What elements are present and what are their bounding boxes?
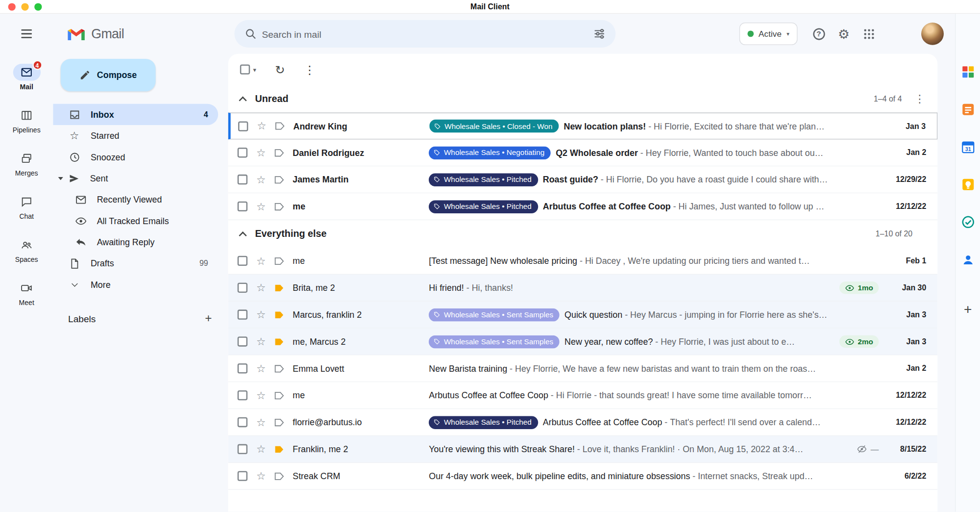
compose-button[interactable]: Compose: [61, 59, 156, 91]
contacts-icon[interactable]: [960, 252, 976, 268]
sidebar-item-starred[interactable]: ☆ Starred: [53, 125, 218, 146]
star-icon[interactable]: ☆: [256, 174, 266, 185]
settings-button[interactable]: ⚙: [831, 21, 856, 46]
tasks-icon[interactable]: [960, 214, 976, 230]
keep-icon[interactable]: [960, 177, 976, 193]
collapse-section-icon[interactable]: [239, 231, 246, 239]
search-icon[interactable]: [240, 23, 262, 45]
rail-item-mail[interactable]: 4 Mail: [0, 64, 53, 91]
email-row[interactable]: ☆Andrew KingWholesale Sales • Closed - W…: [228, 113, 938, 140]
status-dropdown[interactable]: Active ▾: [739, 23, 798, 45]
streak-pipeline-flag-icon[interactable]: [273, 335, 285, 347]
rail-item-chat[interactable]: Chat: [0, 193, 53, 220]
pipeline-stage-badge[interactable]: Wholesale Sales • Sent Samples: [429, 308, 560, 321]
row-checkbox[interactable]: [238, 175, 247, 184]
sidebar-item-awaiting-reply[interactable]: Awaiting Reply: [53, 231, 218, 253]
email-row[interactable]: ☆meArbutus Coffee at Coffee Coop - Hi Fl…: [228, 382, 938, 409]
close-button[interactable]: [8, 3, 16, 10]
search-filter-icon[interactable]: [588, 23, 611, 45]
sidebar-item-snoozed[interactable]: Snoozed: [53, 146, 218, 167]
gmail-logo[interactable]: Gmail: [53, 14, 228, 54]
row-checkbox[interactable]: [238, 336, 247, 346]
email-row[interactable]: ☆florrie@arbutus.ioWholesale Sales • Pit…: [228, 409, 938, 436]
star-icon[interactable]: ☆: [256, 336, 266, 347]
streak-pipeline-flag-icon[interactable]: [273, 147, 285, 158]
star-icon[interactable]: ☆: [256, 201, 266, 212]
apps-grid-button[interactable]: [856, 21, 881, 46]
streak-pipeline-flag-icon[interactable]: [273, 201, 285, 212]
row-checkbox[interactable]: [238, 417, 247, 427]
streak-pipeline-flag-icon[interactable]: [273, 443, 285, 455]
collapse-section-icon[interactable]: [239, 96, 246, 104]
streak-pipeline-flag-icon[interactable]: [273, 255, 285, 267]
row-checkbox[interactable]: [238, 471, 247, 481]
streak-pipeline-flag-icon[interactable]: [274, 120, 286, 132]
search-bar[interactable]: [234, 20, 615, 48]
star-icon[interactable]: ☆: [256, 444, 266, 455]
streak-pipeline-flag-icon[interactable]: [273, 282, 285, 294]
pipeline-stage-badge[interactable]: Wholesale Sales • Closed - Won: [430, 120, 559, 133]
select-dropdown-icon[interactable]: ▾: [253, 66, 256, 73]
streak-pipeline-flag-icon[interactable]: [273, 174, 285, 185]
section-menu-icon[interactable]: ⋮: [914, 94, 925, 104]
star-icon[interactable]: ☆: [256, 363, 266, 374]
star-icon[interactable]: ☆: [256, 147, 266, 158]
add-label-button[interactable]: +: [205, 311, 212, 325]
row-checkbox[interactable]: [238, 256, 247, 266]
calendar-icon[interactable]: 31: [960, 139, 976, 155]
main-menu-button[interactable]: [0, 14, 53, 54]
streak-pipeline-flag-icon[interactable]: [273, 308, 285, 320]
email-row[interactable]: ☆Brita, me 2Hi friend! - Hi, thanks!1moJ…: [228, 275, 938, 302]
email-row[interactable]: ☆Franklin, me 2You're viewing this with …: [228, 436, 938, 463]
star-icon[interactable]: ☆: [257, 121, 266, 131]
email-row[interactable]: ☆Streak CRMOur 4-day work week, bulk pip…: [228, 463, 938, 490]
sidebar-item-more[interactable]: More: [53, 274, 218, 295]
star-icon[interactable]: ☆: [256, 309, 266, 320]
select-all-checkbox[interactable]: [240, 64, 250, 74]
rail-item-pipelines[interactable]: Pipelines: [0, 107, 53, 134]
rail-item-meet[interactable]: Meet: [0, 280, 53, 307]
pipeline-stage-badge[interactable]: Wholesale Sales • Pitched: [429, 173, 538, 186]
more-options-icon[interactable]: ⋮: [304, 63, 316, 75]
star-icon[interactable]: ☆: [256, 282, 266, 293]
avatar[interactable]: [921, 23, 944, 45]
addon-grid-icon[interactable]: [960, 64, 976, 80]
pipeline-stage-badge[interactable]: Wholesale Sales • Pitched: [429, 416, 538, 429]
email-row[interactable]: ☆me[Test message] New wholesale pricing …: [228, 248, 938, 275]
sidebar-item-sent[interactable]: Sent: [53, 168, 218, 189]
zoom-button[interactable]: [34, 3, 42, 10]
help-button[interactable]: ?: [806, 21, 831, 46]
star-icon[interactable]: ☆: [256, 471, 266, 482]
row-checkbox[interactable]: [238, 202, 247, 211]
email-row[interactable]: ☆meWholesale Sales • PitchedArbutus Coff…: [228, 193, 938, 220]
email-row[interactable]: ☆Emma LovettNew Barista training - Hey F…: [228, 355, 938, 382]
row-checkbox[interactable]: [238, 121, 248, 131]
addon-orange-icon[interactable]: [960, 102, 976, 118]
pipeline-stage-badge[interactable]: Wholesale Sales • Pitched: [429, 200, 538, 213]
sidebar-item-drafts[interactable]: Drafts 99: [53, 253, 218, 274]
row-checkbox[interactable]: [238, 444, 247, 454]
row-checkbox[interactable]: [238, 148, 247, 157]
row-checkbox[interactable]: [238, 363, 247, 373]
email-row[interactable]: ☆Marcus, franklin 2Wholesale Sales • Sen…: [228, 302, 938, 329]
streak-pipeline-flag-icon[interactable]: [273, 470, 285, 482]
streak-pipeline-flag-icon[interactable]: [273, 362, 285, 374]
email-row[interactable]: ☆James MartinWholesale Sales • PitchedRo…: [228, 166, 938, 193]
streak-pipeline-flag-icon[interactable]: [273, 389, 285, 401]
email-row[interactable]: ☆me, Marcus 2Wholesale Sales • Sent Samp…: [228, 329, 938, 356]
refresh-icon[interactable]: ↻: [275, 63, 285, 75]
row-checkbox[interactable]: [238, 283, 247, 293]
streak-pipeline-flag-icon[interactable]: [273, 416, 285, 428]
star-icon[interactable]: ☆: [256, 256, 266, 266]
pipeline-stage-badge[interactable]: Wholesale Sales • Sent Samples: [429, 335, 560, 348]
pipeline-stage-badge[interactable]: Wholesale Sales • Negotiating: [429, 146, 551, 159]
star-icon[interactable]: ☆: [256, 390, 266, 401]
row-checkbox[interactable]: [238, 390, 247, 400]
sidebar-item-all-tracked-emails[interactable]: All Tracked Emails: [53, 210, 218, 231]
rail-item-spaces[interactable]: Spaces: [0, 236, 53, 263]
sidebar-item-recently-viewed[interactable]: Recently Viewed: [53, 189, 218, 210]
email-row[interactable]: ☆Daniel RodriguezWholesale Sales • Negot…: [228, 139, 938, 166]
search-input[interactable]: [262, 28, 588, 39]
sidebar-item-inbox[interactable]: Inbox 4: [53, 104, 218, 125]
star-icon[interactable]: ☆: [256, 417, 266, 428]
